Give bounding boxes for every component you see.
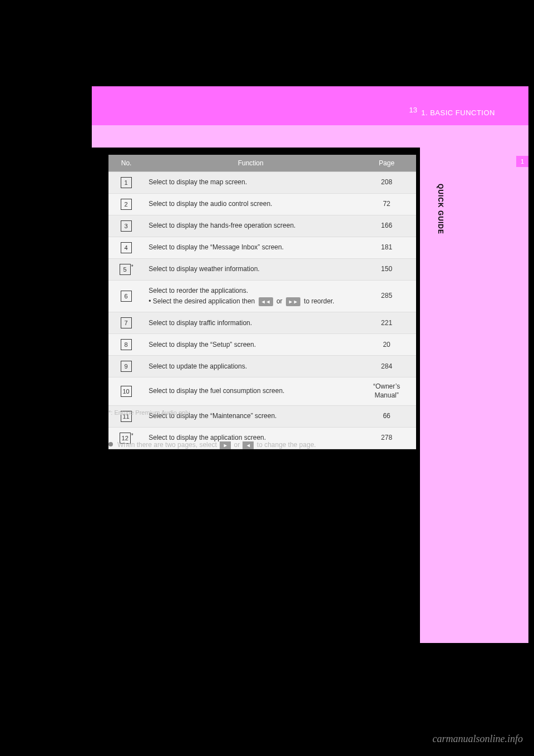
row-page: 166 xyxy=(357,215,416,237)
row-function: Select to display weather information. xyxy=(144,259,357,281)
row-page: 72 xyxy=(357,194,416,215)
info-note-post: to change the page. xyxy=(257,441,316,449)
row-number-box: 3 xyxy=(121,220,132,232)
row-number-box: 2 xyxy=(121,199,132,210)
table-row: 10 Select to display the fuel consumptio… xyxy=(108,377,416,405)
row-page: “Owner’s Manual” xyxy=(357,377,416,405)
row-function: Select to reorder the applications. • Se… xyxy=(144,281,357,312)
row-page: 208 xyxy=(357,172,416,194)
info-note-pre: When there are two pages, select xyxy=(117,441,219,449)
row-page: 20 xyxy=(357,334,416,356)
row-number-box: 1 xyxy=(121,177,132,188)
row-page: 284 xyxy=(357,356,416,377)
side-panel: 1 QUICK GUIDE xyxy=(420,148,528,643)
row-function-line2-mid: or xyxy=(276,297,284,305)
row-function: Select to display the “Setup” screen. xyxy=(144,334,357,356)
row-number-box: 7 xyxy=(121,317,132,328)
row-function: Select to display the “Maintenance” scre… xyxy=(144,405,357,427)
watermark: carmanualsonline.info xyxy=(433,733,523,745)
row-number-box: 10 xyxy=(121,386,132,397)
next-page-icon: ► xyxy=(220,441,231,449)
row-function-line1: Select to reorder the applications. xyxy=(149,287,248,294)
info-note-mid: or xyxy=(234,441,241,449)
row-page: 150 xyxy=(357,259,416,281)
subheader-strip xyxy=(92,125,528,148)
row-number-box: 8 xyxy=(121,339,132,350)
row-number-box: 5 xyxy=(120,264,131,275)
table-row: 1 Select to display the map screen. 208 xyxy=(108,172,416,194)
row-page: 66 xyxy=(357,405,416,427)
row-function: Select to display the hands-free operati… xyxy=(144,215,357,237)
page-number: 13 xyxy=(409,106,417,114)
col-header-function: Function xyxy=(144,155,357,172)
footnote: *: Entune Premium Audio only xyxy=(108,409,190,416)
row-function: Select to update the applications. xyxy=(144,356,357,377)
table-row: 4 Select to display the “Message Inbox” … xyxy=(108,237,416,259)
row-page: 221 xyxy=(357,312,416,334)
row-function-line2-post: to reorder. xyxy=(304,297,334,305)
row-page: 181 xyxy=(357,237,416,259)
row-function-line2-pre: • Select the desired application then xyxy=(149,297,256,305)
header-bar: 1. BASIC FUNCTION xyxy=(92,86,528,125)
row-function: Select to display traffic information. xyxy=(144,312,357,334)
row-number-box: 4 xyxy=(121,242,132,253)
info-note: When there are two pages, select ► or ◄ … xyxy=(108,440,416,450)
row-star: * xyxy=(131,433,134,439)
table-row: 8 Select to display the “Setup” screen. … xyxy=(108,334,416,356)
row-function: Select to display the audio control scre… xyxy=(144,194,357,215)
row-star: * xyxy=(131,264,134,270)
table-row: 2 Select to display the audio control sc… xyxy=(108,194,416,215)
row-function: Select to display the map screen. xyxy=(144,172,357,194)
side-label: QUICK GUIDE xyxy=(437,184,444,234)
rewind-icon: ◄◄ xyxy=(259,297,273,306)
side-tab-number: 1 xyxy=(516,156,528,167)
row-page: 285 xyxy=(357,281,416,312)
table-header-row: No. Function Page xyxy=(108,155,416,172)
table-row: 6 Select to reorder the applications. • … xyxy=(108,281,416,312)
table-row: 7 Select to display traffic information.… xyxy=(108,312,416,334)
section-title: 1. BASIC FUNCTION xyxy=(421,109,495,117)
forward-icon: ►► xyxy=(286,297,300,306)
row-function: Select to display the “Message Inbox” sc… xyxy=(144,237,357,259)
table-row: 9 Select to update the applications. 284 xyxy=(108,356,416,377)
row-function: Select to display the fuel consumption s… xyxy=(144,377,357,405)
col-header-page: Page xyxy=(357,155,416,172)
row-number-box: 6 xyxy=(121,291,132,302)
table-row: 5* Select to display weather information… xyxy=(108,259,416,281)
prev-page-icon: ◄ xyxy=(243,441,254,449)
function-table: No. Function Page 1 Select to display th… xyxy=(108,155,416,449)
table-row: 11 Select to display the “Maintenance” s… xyxy=(108,405,416,427)
table-row: 3 Select to display the hands-free opera… xyxy=(108,215,416,237)
row-number-box: 9 xyxy=(121,361,132,372)
col-header-no: No. xyxy=(108,155,144,172)
info-bullet-icon xyxy=(108,442,113,446)
